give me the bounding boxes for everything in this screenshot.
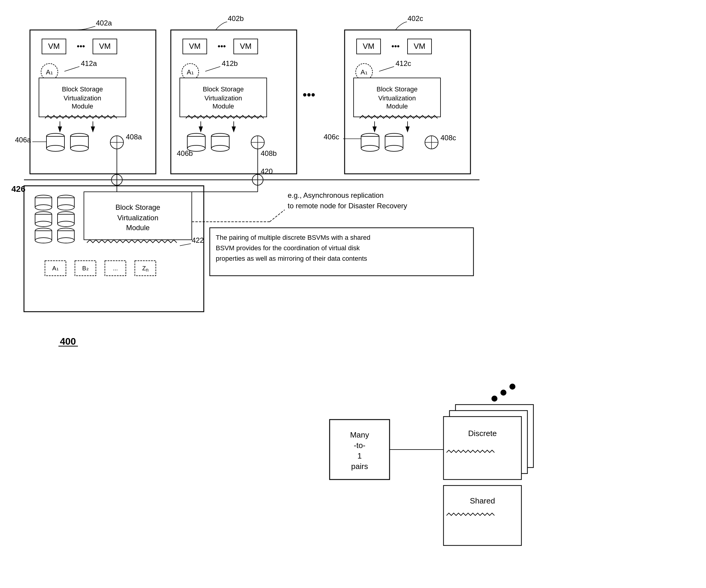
svg-text:1: 1 <box>357 452 362 460</box>
svg-text:VM: VM <box>189 42 201 51</box>
svg-point-116 <box>57 238 74 243</box>
svg-point-101 <box>35 205 52 210</box>
svg-text:B₂: B₂ <box>82 265 88 272</box>
svg-text:408b: 408b <box>261 149 277 157</box>
svg-text:•••: ••• <box>303 88 315 101</box>
svg-line-135 <box>270 210 285 222</box>
svg-rect-153 <box>443 485 521 545</box>
svg-text:VM: VM <box>414 42 426 51</box>
svg-text:Virtualization: Virtualization <box>378 94 416 102</box>
svg-text:•••: ••• <box>77 42 85 51</box>
svg-point-157 <box>509 384 515 390</box>
svg-text:412c: 412c <box>396 60 411 68</box>
svg-point-76 <box>361 145 379 151</box>
svg-point-113 <box>35 238 52 243</box>
svg-text:406c: 406c <box>324 133 339 141</box>
svg-text:Block Storage: Block Storage <box>203 85 244 93</box>
diagram-container: VM ••• VM A₁ 412a Block Storage Virtuali… <box>0 0 706 588</box>
svg-text:Module: Module <box>212 103 234 110</box>
svg-text:412b: 412b <box>222 60 238 68</box>
svg-point-50 <box>211 145 229 151</box>
svg-point-18 <box>46 145 65 151</box>
svg-text:402b: 402b <box>228 14 244 23</box>
svg-text:Many: Many <box>350 430 369 439</box>
svg-text:406a: 406a <box>15 136 31 144</box>
svg-text:Block Storage: Block Storage <box>115 203 160 211</box>
svg-text:•••: ••• <box>218 42 226 51</box>
svg-text:Module: Module <box>386 103 408 110</box>
svg-text:Virtualization: Virtualization <box>64 94 101 102</box>
svg-text:Block Storage: Block Storage <box>377 85 418 93</box>
svg-text:•••: ••• <box>391 42 399 51</box>
svg-point-107 <box>35 221 52 227</box>
svg-text:408c: 408c <box>440 134 456 142</box>
svg-rect-151 <box>443 417 521 479</box>
svg-text:-to-: -to- <box>354 441 365 450</box>
svg-text:VM: VM <box>363 42 375 51</box>
svg-text:to remote node for Disaster Re: to remote node for Disaster Recovery <box>288 202 407 210</box>
svg-text:VM: VM <box>240 42 252 51</box>
svg-text:Module: Module <box>72 103 93 110</box>
svg-point-104 <box>57 205 74 210</box>
svg-point-156 <box>501 390 506 396</box>
svg-text:A₁: A₁ <box>46 68 53 76</box>
svg-text:422: 422 <box>192 236 204 244</box>
svg-text:Virtualization: Virtualization <box>204 94 242 102</box>
svg-text:426: 426 <box>11 184 26 194</box>
svg-text:properties as well as mirrorin: properties as well as mirroring of their… <box>216 255 367 262</box>
svg-point-21 <box>70 145 88 151</box>
svg-text:Module: Module <box>126 224 150 232</box>
svg-point-155 <box>492 396 498 402</box>
svg-text:420: 420 <box>261 167 273 175</box>
svg-text:The pairing of multiple discre: The pairing of multiple discrete BSVMs w… <box>216 234 370 241</box>
svg-text:400: 400 <box>60 336 76 347</box>
svg-text:BSVM provides for the coordina: BSVM provides for the coordination of vi… <box>216 244 360 252</box>
svg-text:Discrete: Discrete <box>468 429 497 438</box>
main-diagram: VM ••• VM A₁ 412a Block Storage Virtuali… <box>0 0 706 588</box>
svg-text:Block Storage: Block Storage <box>62 85 103 93</box>
svg-text:408a: 408a <box>126 133 142 141</box>
svg-text:406b: 406b <box>177 149 193 157</box>
svg-text:VM: VM <box>99 42 111 51</box>
svg-point-110 <box>57 221 74 227</box>
svg-text:...: ... <box>113 265 118 272</box>
svg-text:402a: 402a <box>96 19 112 27</box>
svg-text:e.g., Asynchronous replication: e.g., Asynchronous replication <box>288 191 384 199</box>
svg-text:Virtualization: Virtualization <box>117 214 159 222</box>
svg-text:VM: VM <box>48 42 60 51</box>
svg-text:A₁: A₁ <box>360 68 368 76</box>
svg-text:pairs: pairs <box>351 462 368 471</box>
svg-text:412a: 412a <box>81 60 97 68</box>
svg-text:Shared: Shared <box>470 496 495 505</box>
svg-text:A₁: A₁ <box>187 68 194 76</box>
svg-text:A₁: A₁ <box>52 265 58 272</box>
svg-text:402c: 402c <box>407 14 423 23</box>
svg-point-79 <box>385 145 403 151</box>
